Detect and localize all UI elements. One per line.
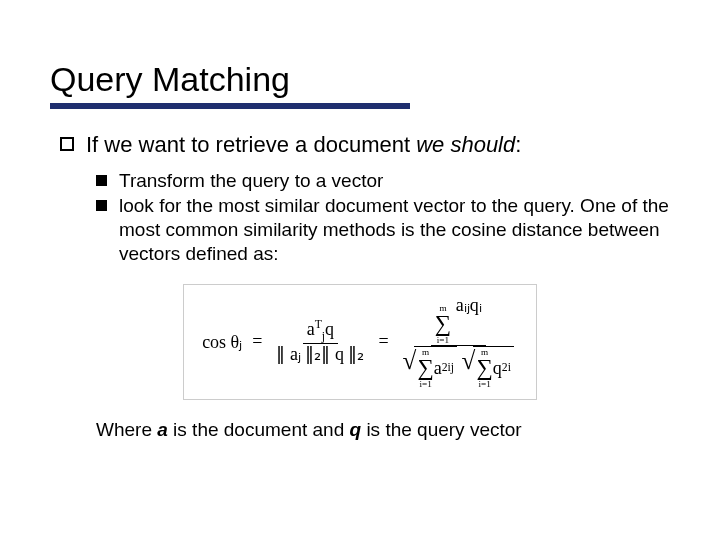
closing-a: a bbox=[157, 419, 168, 440]
sqrt-2: m ∑ i=1 q2i bbox=[462, 346, 514, 389]
bullet-level1: If we want to retrieve a document we sho… bbox=[60, 131, 670, 159]
closing-q: q bbox=[350, 419, 362, 440]
bullet1-italic: we should bbox=[416, 132, 515, 157]
sigma-icon: ∑ bbox=[417, 357, 433, 380]
sum-lower: i=1 bbox=[419, 380, 431, 389]
frac2-numerator: m ∑ i=1 aᵢⱼqᵢ bbox=[431, 295, 486, 346]
sqrt1-body: m ∑ i=1 a2ij bbox=[414, 346, 457, 389]
sum-lower: i=1 bbox=[437, 336, 449, 345]
formula-lhs: cos θⱼ bbox=[202, 331, 242, 353]
formula-box: cos θⱼ = aTjq ‖ aⱼ ‖₂‖ q ‖₂ = m ∑ i=1 aᵢ… bbox=[183, 284, 537, 401]
sum-num-term: aᵢⱼqᵢ bbox=[456, 295, 482, 315]
sum-icon: m ∑ i=1 bbox=[417, 348, 433, 389]
sigma-icon: ∑ bbox=[435, 313, 451, 336]
bullet-level2: look for the most similar document vecto… bbox=[96, 194, 670, 265]
hollow-square-icon bbox=[60, 137, 74, 151]
sqrt2-sub: i bbox=[508, 361, 511, 375]
bullet1-post: : bbox=[515, 132, 521, 157]
sum-icon: m ∑ i=1 bbox=[476, 348, 492, 389]
closing-text: Where a is the document and q is the que… bbox=[96, 418, 670, 443]
f1n-sup: T bbox=[315, 318, 322, 331]
cosine-formula: cos θⱼ = aTjq ‖ aⱼ ‖₂‖ q ‖₂ = m ∑ i=1 aᵢ… bbox=[202, 295, 518, 390]
filled-square-icon bbox=[96, 175, 107, 186]
slide-title: Query Matching bbox=[50, 60, 670, 99]
title-underline bbox=[50, 103, 410, 109]
f1n-tail: q bbox=[325, 319, 334, 339]
bullet-level2-text: Transform the query to a vector bbox=[119, 169, 383, 193]
formula-container: cos θⱼ = aTjq ‖ aⱼ ‖₂‖ q ‖₂ = m ∑ i=1 aᵢ… bbox=[50, 284, 670, 401]
equals-sign: = bbox=[378, 331, 388, 352]
closing-p2: is the document and bbox=[168, 419, 350, 440]
frac1-denominator: ‖ aⱼ ‖₂‖ q ‖₂ bbox=[272, 344, 368, 366]
sum-lower: i=1 bbox=[478, 380, 490, 389]
closing-p3: is the query vector bbox=[361, 419, 522, 440]
f1n-base: a bbox=[307, 319, 315, 339]
frac1-numerator: aTjq bbox=[303, 318, 338, 345]
frac2-denominator: m ∑ i=1 a2ij m ∑ i=1 bbox=[399, 346, 518, 389]
closing-p1: Where bbox=[96, 419, 157, 440]
sum-icon: m ∑ i=1 bbox=[435, 304, 451, 345]
fraction-1: aTjq ‖ aⱼ ‖₂‖ q ‖₂ bbox=[272, 318, 368, 366]
filled-square-icon bbox=[96, 200, 107, 211]
sqrt-1: m ∑ i=1 a2ij bbox=[403, 346, 458, 389]
sigma-icon: ∑ bbox=[476, 357, 492, 380]
fraction-2: m ∑ i=1 aᵢⱼqᵢ m ∑ i=1 bbox=[399, 295, 518, 390]
bullet-level2: Transform the query to a vector bbox=[96, 169, 670, 193]
equals-sign: = bbox=[252, 331, 262, 352]
bullet1-pre: If we want to retrieve a document bbox=[86, 132, 416, 157]
sqrt1-sub: ij bbox=[448, 361, 455, 375]
sqrt2-base: q bbox=[493, 358, 502, 380]
bullet-level1-text: If we want to retrieve a document we sho… bbox=[86, 131, 521, 159]
sqrt1-base: a bbox=[434, 358, 442, 380]
bullet-level2-text: look for the most similar document vecto… bbox=[119, 194, 670, 265]
sqrt2-body: m ∑ i=1 q2i bbox=[473, 346, 513, 389]
